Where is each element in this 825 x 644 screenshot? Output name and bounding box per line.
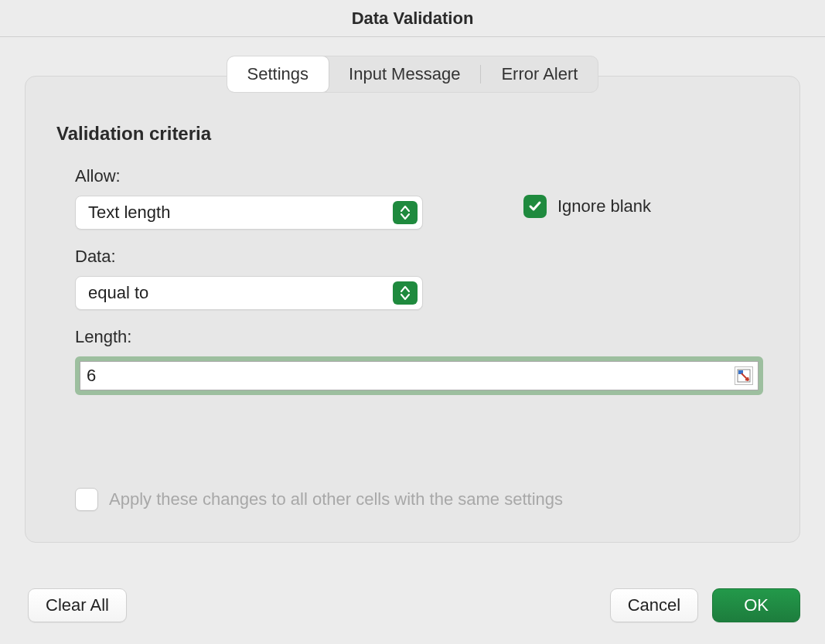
range-picker-button[interactable] <box>735 366 753 385</box>
tab-input-message[interactable]: Input Message <box>329 56 480 92</box>
checkmark-icon <box>528 199 542 213</box>
dialog-title: Data Validation <box>352 9 474 29</box>
allow-label: Allow: <box>75 166 454 186</box>
ignore-blank-label: Ignore blank <box>557 196 651 216</box>
ignore-blank-checkbox[interactable] <box>523 195 547 218</box>
validation-criteria-heading: Validation criteria <box>56 123 769 145</box>
cancel-button[interactable]: Cancel <box>610 588 698 622</box>
tab-error-alert[interactable]: Error Alert <box>481 56 598 92</box>
chevron-up-down-icon <box>393 281 418 305</box>
tab-settings[interactable]: Settings <box>227 56 329 92</box>
apply-to-all-checkbox <box>75 488 98 511</box>
clear-all-button[interactable]: Clear All <box>28 588 127 622</box>
tab-group: Settings Input Message Error Alert <box>227 56 599 93</box>
length-input[interactable] <box>87 366 110 386</box>
chevron-up-down-icon <box>393 201 418 224</box>
allow-select[interactable]: Text length <box>75 196 423 230</box>
data-select-value: equal to <box>88 283 148 303</box>
allow-select-value: Text length <box>88 203 170 223</box>
ok-button[interactable]: OK <box>712 588 800 622</box>
length-label: Length: <box>75 327 769 347</box>
range-picker-icon <box>737 369 751 383</box>
dialog-titlebar: Data Validation <box>0 0 825 37</box>
settings-panel: Validation criteria Allow: Text length <box>25 76 800 543</box>
apply-to-all-label: Apply these changes to all other cells w… <box>109 489 563 509</box>
tabs-container: Settings Input Message Error Alert <box>0 37 825 93</box>
dialog-footer: Clear All Cancel OK <box>0 574 825 644</box>
data-select[interactable]: equal to <box>75 276 423 310</box>
data-label: Data: <box>75 247 769 267</box>
length-input-focus-ring <box>75 356 763 395</box>
